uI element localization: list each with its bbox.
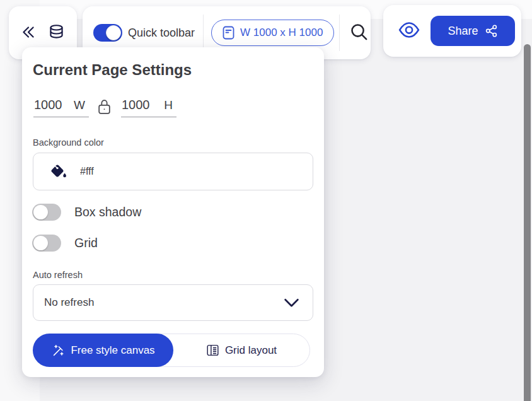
grid-layout-button[interactable]: Grid layout xyxy=(173,334,309,366)
grid-layout-label: Grid layout xyxy=(225,344,277,357)
width-unit-label: W xyxy=(74,98,85,112)
toolbar-card-right: Share xyxy=(383,5,521,57)
eye-icon xyxy=(398,21,420,40)
background-color-input[interactable] xyxy=(33,153,313,190)
toggle-knob xyxy=(33,236,48,250)
background-color-value-input[interactable] xyxy=(79,165,313,178)
data-sources-button[interactable] xyxy=(47,23,66,43)
quick-toolbar-label: Quick toolbar xyxy=(128,26,195,40)
quick-toolbar-toggle[interactable] xyxy=(93,24,122,42)
grid-label: Grid xyxy=(74,236,98,250)
width-field[interactable]: W xyxy=(33,98,89,117)
search-icon xyxy=(349,22,369,44)
grid-row: Grid xyxy=(32,235,98,252)
free-style-canvas-button[interactable]: Free style canvas xyxy=(33,334,173,367)
share-button-label: Share xyxy=(448,25,478,38)
preview-button[interactable] xyxy=(398,21,420,40)
vertical-scrollbar[interactable] xyxy=(524,44,531,401)
box-shadow-toggle[interactable] xyxy=(32,204,61,221)
toolbar-divider xyxy=(203,15,204,51)
auto-refresh-selected-value: No refresh xyxy=(44,296,94,309)
auto-refresh-label: Auto refresh xyxy=(33,270,83,280)
current-page-settings-panel: Current Page Settings W H Background col… xyxy=(22,47,324,377)
paint-bucket-icon xyxy=(49,163,68,180)
search-button[interactable] xyxy=(349,22,369,44)
grid-toggle[interactable] xyxy=(32,235,61,252)
width-input[interactable] xyxy=(34,98,66,112)
height-unit-label: H xyxy=(164,98,173,112)
toggle-knob xyxy=(33,205,48,219)
page-size-label: W 1000 x H 1000 xyxy=(240,26,323,39)
magic-wand-icon xyxy=(51,344,65,357)
toolbar-divider xyxy=(339,15,340,51)
grid-panel-icon xyxy=(206,344,219,357)
chevrons-left-icon xyxy=(20,24,37,42)
share-nodes-icon xyxy=(485,24,498,38)
database-icon xyxy=(47,23,66,43)
auto-refresh-dropdown[interactable]: No refresh xyxy=(33,284,313,321)
panel-title: Current Page Settings xyxy=(33,61,192,79)
box-shadow-row: Box shadow xyxy=(32,204,141,221)
chevron-down-icon xyxy=(284,298,299,308)
file-page-icon xyxy=(223,26,234,40)
height-field[interactable]: H xyxy=(121,98,176,117)
toggle-knob xyxy=(106,25,121,40)
share-button[interactable]: Share xyxy=(431,16,515,46)
background-color-label: Background color xyxy=(33,137,104,148)
collapse-sidebar-button[interactable] xyxy=(20,24,37,42)
lock-icon xyxy=(96,98,112,117)
page-size-button[interactable]: W 1000 x H 1000 xyxy=(211,20,334,46)
free-style-canvas-label: Free style canvas xyxy=(71,344,154,357)
layout-mode-segmented-control: Free style canvas Grid layout xyxy=(33,334,310,367)
aspect-lock-button[interactable] xyxy=(96,98,112,117)
height-input[interactable] xyxy=(122,98,153,112)
box-shadow-label: Box shadow xyxy=(74,205,141,219)
